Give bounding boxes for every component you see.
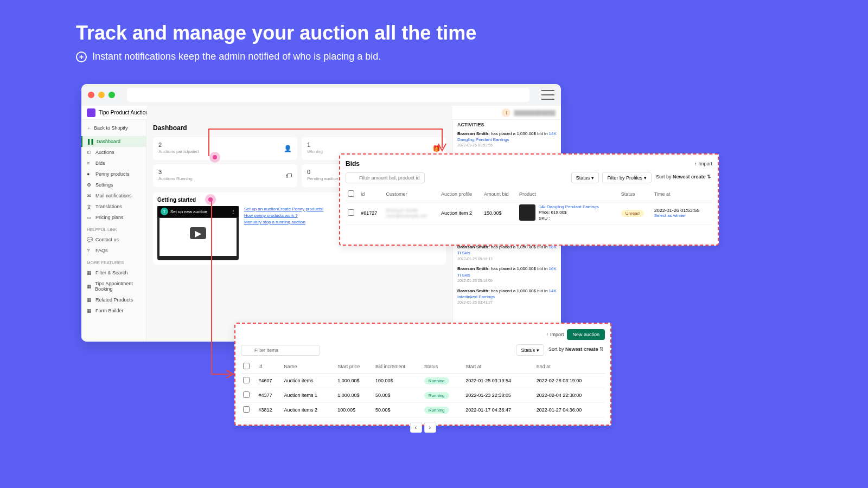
select-winner-link[interactable]: Select as winner [654, 213, 710, 218]
status-badge: Running [424, 407, 449, 414]
card-icon: ▭ [87, 215, 92, 220]
sidebar-item-mail[interactable]: ✉Mail notifications [81, 190, 146, 201]
product-link[interactable]: 14k Dangling Pendant Earrings [539, 204, 599, 209]
status-filter[interactable]: Status ▾ [571, 172, 599, 183]
product-image [519, 204, 535, 221]
video-thumbnail[interactable]: TSet up new auction⋮ ▶ [157, 206, 239, 260]
mail-icon: ✉ [87, 193, 92, 198]
sidebar-item-penny[interactable]: ●Penny products [81, 169, 146, 179]
chat-icon: 💬 [87, 237, 92, 242]
bids-title: Bids [346, 160, 360, 168]
sidebar-item-pricing[interactable]: ▭Pricing plans [81, 212, 146, 223]
helpful-header: HELPFUL LINK [81, 223, 146, 234]
chevron-down-icon: ▾ [537, 348, 539, 353]
tag-icon: 🏷 [285, 172, 292, 179]
app-name: Tipo Product Auction [99, 110, 149, 115]
filter-input[interactable] [241, 345, 320, 356]
hero-subtitle: Instant notifications keep the admin not… [92, 51, 381, 62]
help-links: Set up an auctionCreate Penny products! … [244, 206, 323, 260]
table-row[interactable]: #3812Auction items 2100.00$50.00$ Runnin… [241, 403, 605, 418]
grid-icon: ▦ [87, 270, 92, 275]
status-badge: Unread [621, 210, 644, 217]
video-logo-icon: T [161, 208, 168, 215]
select-all[interactable] [243, 363, 250, 369]
bids-panel: Bids ↑Import 🔍 Status ▾ Filter by Profil… [339, 153, 719, 246]
help-link[interactable]: How penny products work ? [244, 213, 323, 219]
sidebar: ←Back to Shopify ▌▌Dashboard 🏷Auctions ≡… [81, 106, 146, 342]
sort-control[interactable]: Sort by Newest create ⇅ [655, 172, 712, 183]
sort-icon: ⇅ [599, 346, 604, 352]
select-all[interactable] [348, 190, 354, 197]
back-to-shopify[interactable]: ←Back to Shopify [81, 122, 146, 134]
tag-icon: 🏷 [87, 150, 92, 155]
grid-icon: ▦ [87, 284, 92, 289]
person-icon: 👤 [284, 145, 292, 152]
browser-chrome [81, 84, 561, 106]
stat-running[interactable]: 3Auctions Running🏷 [153, 164, 297, 187]
chevron-down-icon: ▾ [644, 175, 647, 181]
stat-participated[interactable]: 2Auctions participated👤 [153, 137, 297, 160]
table-row[interactable]: #61727 Branson Smithuser@example.net Auc… [346, 201, 712, 225]
chart-icon: ▌▌ [88, 139, 93, 144]
list-icon: ≡ [87, 160, 92, 166]
grid-icon: ▦ [87, 308, 92, 313]
activity-item: Branson Smith: has placed a 1,050.00$ bi… [457, 244, 557, 261]
help-link[interactable]: Manually stop a running auction [244, 219, 323, 226]
help-icon: ? [87, 248, 92, 253]
grid-icon: ▦ [87, 297, 92, 303]
hamburger-icon[interactable] [541, 90, 554, 100]
sidebar-item-filter[interactable]: ▦Filter & Search [81, 267, 146, 278]
status-filter[interactable]: Status ▾ [516, 344, 544, 356]
row-checkbox[interactable] [243, 377, 250, 383]
pagination: ‹ › [241, 422, 605, 433]
sidebar-item-related[interactable]: ▦Related Products [81, 294, 146, 305]
row-checkbox[interactable] [243, 406, 250, 413]
help-link[interactable]: Set up an auctionCreate Penny products! [244, 206, 323, 213]
sidebar-item-translations[interactable]: 文Translations [81, 201, 146, 212]
hero-title: Track and manage your auction all the ti… [76, 22, 792, 44]
bids-table: id Customer Auction profile Amount bid P… [346, 188, 712, 225]
status-badge: Running [424, 377, 449, 384]
profiles-filter[interactable]: Filter by Profiles ▾ [602, 172, 652, 183]
status-badge: Running [424, 392, 449, 399]
row-checkbox[interactable] [243, 391, 250, 398]
more-icon: ⋮ [231, 209, 235, 214]
import-button[interactable]: ↑Import [546, 332, 564, 337]
sort-control[interactable]: Sort by Newest create ⇅ [547, 344, 605, 356]
hero: Track and manage your auction all the ti… [0, 0, 868, 73]
sidebar-item-booking[interactable]: ▦Tipo Appointment Booking [81, 278, 146, 294]
sort-icon: ⇅ [707, 174, 711, 179]
import-button[interactable]: ↑Import [694, 161, 712, 166]
sidebar-item-bids[interactable]: ≡Bids [81, 158, 146, 169]
sidebar-item-faqs[interactable]: ?FAQs [81, 245, 146, 256]
activity-item: Branson Smith: has placed a 1,000.00$ bi… [457, 288, 557, 305]
prev-page[interactable]: ‹ [410, 422, 422, 433]
coin-icon: ● [87, 171, 92, 177]
activities-title: ACTIVITIES [457, 122, 557, 127]
table-row[interactable]: #4607Auction items1,000.00$100.00$ Runni… [241, 374, 605, 388]
more-header: MORE FEATURES [81, 256, 146, 267]
plus-icon: + [76, 52, 87, 62]
sidebar-item-dashboard[interactable]: ▌▌Dashboard [81, 136, 146, 147]
sidebar-item-auctions[interactable]: 🏷Auctions [81, 147, 146, 158]
user-name-blurred: ████████████ [514, 110, 556, 115]
user-menu[interactable]: t ████████████ [502, 108, 556, 117]
sidebar-item-contact[interactable]: 💬Contact us [81, 234, 146, 245]
traffic-lights[interactable] [88, 92, 115, 98]
sidebar-item-formbuilder[interactable]: ▦Form Builder [81, 305, 146, 316]
sidebar-item-settings[interactable]: ⚙Settings [81, 179, 146, 190]
play-icon: ▶ [190, 227, 206, 239]
url-bar[interactable] [127, 88, 529, 102]
filter-input[interactable] [346, 172, 425, 183]
new-auction-button[interactable]: New auction [567, 329, 605, 340]
app-logo[interactable]: Tipo Product Auction [87, 108, 149, 117]
row-checkbox[interactable] [348, 209, 354, 216]
marker-dot [205, 194, 216, 205]
next-page[interactable]: › [424, 422, 436, 433]
customer-blurred: Branson Smithuser@example.net [386, 208, 427, 219]
table-row[interactable]: #4377Auction items 11,000.00$50.00$ Runn… [241, 388, 605, 403]
upload-icon: ↑ [694, 161, 697, 166]
logo-icon [87, 108, 95, 117]
chevron-down-icon: ▾ [591, 175, 594, 181]
translate-icon: 文 [87, 204, 92, 209]
